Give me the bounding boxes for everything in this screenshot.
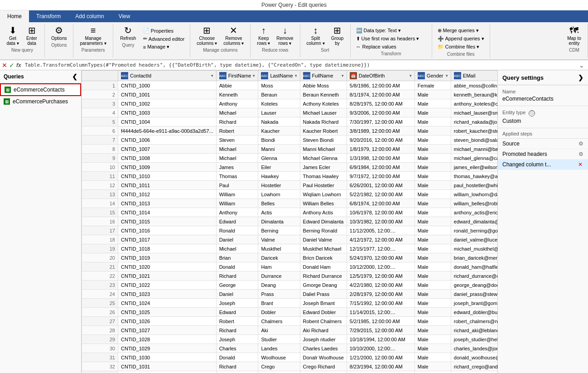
step-promoted-headers[interactable]: Promoted headers ⚙: [498, 149, 588, 160]
replace-values-button[interactable]: ↔ Replace values: [354, 43, 428, 50]
tab-view[interactable]: View: [111, 10, 138, 22]
transform-label: Transform: [381, 51, 401, 56]
email-label: EMail: [463, 73, 476, 78]
table-cell: 4/22/1980, 12:00:00 AM: [347, 281, 414, 290]
data-area[interactable]: ABC ContactId ▾ ABC FirstName ▾: [82, 70, 497, 373]
first-row-header-button[interactable]: ⬆ Use first row as headers ▾: [354, 35, 428, 43]
get-data-button[interactable]: ⬇ Getdata ▾: [4, 25, 22, 47]
table-cell: ronald_berning@gonzalezwang.com: [451, 226, 497, 235]
collapse-queries-button[interactable]: ❮: [72, 73, 77, 80]
contactid-filter-button[interactable]: ▾: [211, 73, 213, 78]
advanced-editor-icon: ✏: [143, 36, 147, 42]
expand-settings-button[interactable]: ❯: [578, 74, 583, 81]
table-cell: CNTID_1029: [118, 344, 217, 353]
col-header-dateofbirth[interactable]: 📅 DateOfBirth ▾: [347, 71, 414, 81]
choose-columns-button[interactable]: ⊞ Choosecolumns ▾: [194, 25, 220, 47]
table-cell: Male: [414, 126, 451, 136]
group-combine: ⊕ Merge queries ▾ ➕ Append queries ▾ 📁 C…: [432, 24, 490, 58]
table-cell: 8/1/1974, 12:00:00 AM: [347, 90, 414, 99]
table-cell: Male: [414, 199, 451, 208]
table-cell: Paul: [216, 181, 258, 190]
row-number: 13: [82, 190, 118, 199]
merge-queries-button[interactable]: ⊕ Merge queries ▾: [436, 27, 486, 34]
col-header-gender[interactable]: ABC Gender ▾: [414, 71, 451, 81]
contactid-label: ContactId: [130, 73, 151, 78]
table-cell: Steven Biondi: [300, 136, 347, 145]
query-item-ecommercecontacts[interactable]: ▦ eCommerceContacts: [0, 83, 81, 96]
refresh-button[interactable]: ↻ Refresh: [117, 25, 140, 42]
queries-title: Queries: [4, 73, 24, 80]
split-column-button[interactable]: ↕ Splitcolumn ▾: [304, 25, 328, 47]
table-cell: 1/21/2000, 12:00:00 AM: [347, 353, 414, 362]
tab-transform[interactable]: Transform: [29, 10, 68, 22]
data-type-button[interactable]: 🔤 Data type: Text ▾: [354, 27, 428, 34]
row-number: 32: [82, 362, 118, 371]
manage-parameters-button[interactable]: ≡ Manageparameters ▾: [77, 25, 109, 47]
table-row: 2CNTID_1001KennethBeraunBeraun Kenneth8/…: [82, 90, 498, 99]
row-number: 18: [82, 235, 118, 244]
lastname-filter-button[interactable]: ▾: [295, 73, 297, 78]
step-changed-column[interactable]: Changed column t... ✕: [498, 160, 588, 170]
confirm-formula-icon[interactable]: ✓: [9, 62, 14, 69]
first-row-header-icon: ⬆: [356, 36, 360, 42]
table-cell: Richard: [216, 271, 258, 281]
table-cell: anthony_actis@ericksonwright.com: [451, 208, 497, 217]
map-entity-button[interactable]: 🗺 Map toentity: [564, 25, 584, 47]
remove-rows-button[interactable]: ↓ Removerows ▾: [274, 25, 296, 47]
col-header-firstname[interactable]: ABC FirstName ▾: [216, 71, 258, 81]
table-cell: Female: [414, 81, 451, 90]
advanced-editor-button[interactable]: ✏ Advanced editor: [141, 35, 187, 43]
col-header-lastname[interactable]: ABC LastName ▾: [258, 71, 300, 81]
col-header-contactid[interactable]: ABC ContactId ▾: [118, 71, 217, 81]
table-cell: Joseph Bmant: [300, 299, 347, 308]
cdm-label: CDM: [569, 48, 579, 53]
query-item-ecommercepurchases[interactable]: ▦ eCommercePurchases: [0, 96, 81, 107]
formula-input[interactable]: Table.TransformColumnTypes(#"Promoted he…: [23, 61, 575, 69]
step-source[interactable]: Source ⚙: [498, 139, 588, 149]
firstname-filter-button[interactable]: ▾: [253, 73, 255, 78]
tab-add-column[interactable]: Add column: [68, 10, 111, 22]
fullname-label: FullName: [312, 73, 333, 78]
group-by-button[interactable]: ⊞ Groupby: [328, 25, 347, 47]
table-cell: Manni Michael: [300, 145, 347, 154]
entity-type-section: Entity type ⓘ Custom: [498, 106, 588, 128]
remove-columns-button[interactable]: ✕ Removecolumns ▾: [221, 25, 246, 47]
manage-button[interactable]: ≡ Manage ▾: [141, 43, 187, 51]
close-formula-icon[interactable]: ✕: [2, 62, 7, 69]
name-value[interactable]: eCommerceContacts: [502, 96, 583, 102]
split-column-icon: ↕: [313, 26, 318, 35]
step-promoted-headers-gear[interactable]: ⚙: [578, 151, 583, 157]
step-changed-column-delete[interactable]: ✕: [578, 161, 583, 168]
combine-files-button[interactable]: 📁 Combine files ▾: [436, 43, 486, 51]
tab-home[interactable]: Home: [0, 10, 29, 22]
formula-bar-icons: ✕ ✓ fx: [2, 62, 21, 69]
enter-data-button[interactable]: ⊞ Enterdata: [23, 25, 41, 47]
row-number: 11: [82, 172, 118, 181]
options-button[interactable]: ⚙ Options: [48, 25, 69, 42]
table-cell: CNTID_1028: [118, 335, 217, 344]
append-queries-button[interactable]: ➕ Append queries ▾: [436, 35, 486, 43]
properties-button[interactable]: 📄 Properties: [141, 27, 187, 34]
col-header-fullname[interactable]: ABC FullName ▾: [300, 71, 347, 81]
gender-filter-button[interactable]: ▾: [446, 73, 448, 78]
table-cell: CNTID_1001: [118, 90, 217, 99]
table-cell: Lowhorn: [258, 190, 300, 199]
step-source-gear[interactable]: ⚙: [578, 140, 583, 147]
dateofbirth-filter-button[interactable]: ▾: [410, 73, 412, 78]
table-cell: CNTID_1015: [118, 217, 217, 226]
col-header-email[interactable]: ABC EMail ▾: [451, 71, 497, 81]
table-cell: Abbie: [216, 81, 258, 90]
fullname-filter-button[interactable]: ▾: [342, 73, 344, 78]
data-type-icon: 🔤: [356, 28, 362, 34]
table-cell: 4/12/1972, 12:00:00 AM: [347, 235, 414, 244]
formula-expand-button[interactable]: ⌄: [577, 62, 586, 69]
table-cell: Landes: [258, 344, 300, 353]
keep-rows-button[interactable]: ↑ Keeprows ▾: [254, 25, 273, 47]
table-cell: 7/30/1997, 12:00:00 AM: [347, 117, 414, 126]
table-cell: richard_aki@leblancthoamas.com: [451, 326, 497, 335]
entity-type-info-icon[interactable]: ⓘ: [529, 110, 535, 116]
table-cell: Male: [414, 208, 451, 217]
table-cell: Daniel: [216, 235, 258, 244]
table-cell: Male: [414, 253, 451, 262]
step-source-actions: ⚙: [578, 140, 583, 147]
